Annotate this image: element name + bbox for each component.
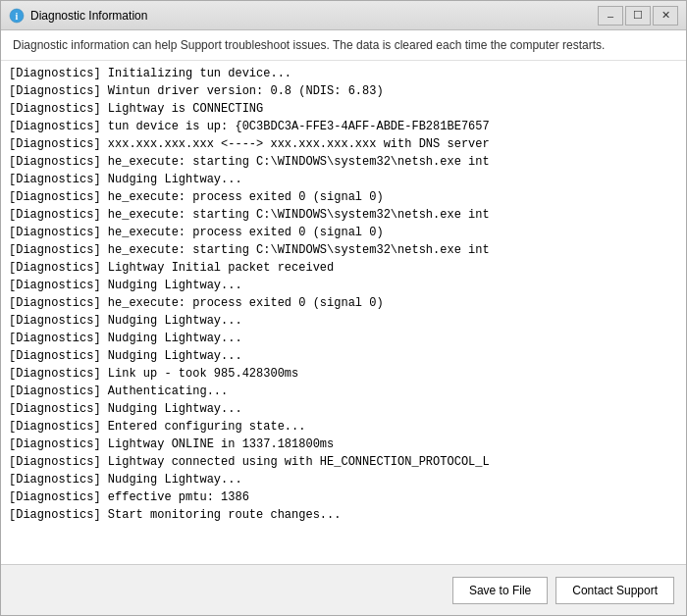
diagnostic-window: i Diagnostic Information – ☐ ✕ Diagnosti… [0,0,687,616]
footer: Save to File Contact Support [1,564,686,615]
log-line: [Diagnostics] Nudging Lightway... [9,171,678,188]
log-line: [Diagnostics] he_execute: starting C:\WI… [9,206,678,224]
svg-text:i: i [16,11,19,22]
contact-support-button[interactable]: Contact Support [555,577,674,604]
log-line: [Diagnostics] Nudging Lightway... [9,347,678,365]
log-line: [Diagnostics] xxx.xxx.xxx.xxx <----> xxx… [9,135,678,153]
log-line: [Diagnostics] Nudging Lightway... [9,400,678,418]
log-line: [Diagnostics] tun device is up: {0C3BDC3… [9,118,678,135]
close-button[interactable]: ✕ [653,6,678,26]
log-line: [Diagnostics] Lightway Initial packet re… [9,259,678,277]
log-line: [Diagnostics] Nudging Lightway... [9,312,678,330]
log-line: [Diagnostics] Wintun driver version: 0.8… [9,82,678,100]
log-line: [Diagnostics] Authenticating... [9,383,678,400]
log-line: [Diagnostics] Link up - took 985.428300m… [9,365,678,383]
log-line: [Diagnostics] Initializing tun device... [9,65,678,82]
log-line: [Diagnostics] Entered configuring state.… [9,418,678,436]
log-line: [Diagnostics] he_execute: process exited… [9,188,678,206]
log-line: [Diagnostics] Nudging Lightway... [9,471,678,488]
window-icon: i [9,8,25,24]
window-title: Diagnostic Information [30,9,598,23]
restore-button[interactable]: ☐ [625,6,651,26]
log-line: [Diagnostics] effective pmtu: 1386 [9,488,678,506]
log-line: [Diagnostics] Nudging Lightway... [9,277,678,294]
minimize-button[interactable]: – [598,6,623,26]
log-container[interactable]: [Diagnostics] Initializing tun device...… [1,61,686,564]
log-line: [Diagnostics] Lightway connected using w… [9,453,678,471]
save-to-file-button[interactable]: Save to File [452,577,548,604]
title-bar: i Diagnostic Information – ☐ ✕ [1,1,686,30]
log-line: [Diagnostics] Lightway is CONNECTING [9,100,678,118]
log-line: [Diagnostics] Lightway ONLINE in 1337.18… [9,436,678,453]
info-bar: Diagnostic information can help Support … [1,30,686,61]
log-line: [Diagnostics] Nudging Lightway... [9,330,678,347]
content-area: [Diagnostics] Initializing tun device...… [1,61,686,564]
log-line: [Diagnostics] Start monitoring route cha… [9,506,678,524]
info-text: Diagnostic information can help Support … [13,38,605,52]
log-line: [Diagnostics] he_execute: process exited… [9,224,678,241]
window-controls: – ☐ ✕ [598,6,678,26]
log-line: [Diagnostics] he_execute: process exited… [9,294,678,312]
log-line: [Diagnostics] he_execute: starting C:\WI… [9,153,678,171]
log-line: [Diagnostics] he_execute: starting C:\WI… [9,241,678,259]
